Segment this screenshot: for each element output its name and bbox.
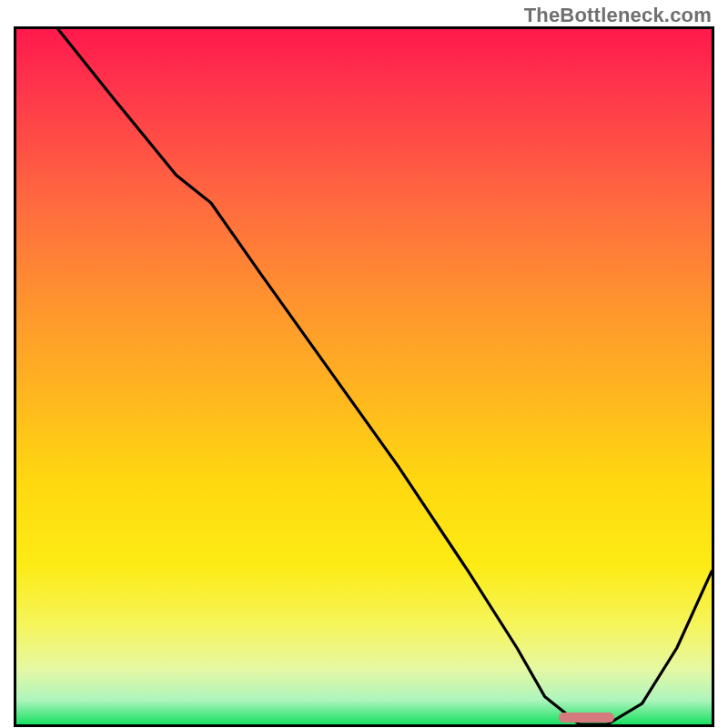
watermark-text: TheBottleneck.com [524,4,712,27]
curve-path [58,29,712,724]
trough-marker [559,713,614,723]
canvas: TheBottleneck.com [0,0,728,728]
curve-svg [14,26,714,727]
plot-area [14,26,714,727]
